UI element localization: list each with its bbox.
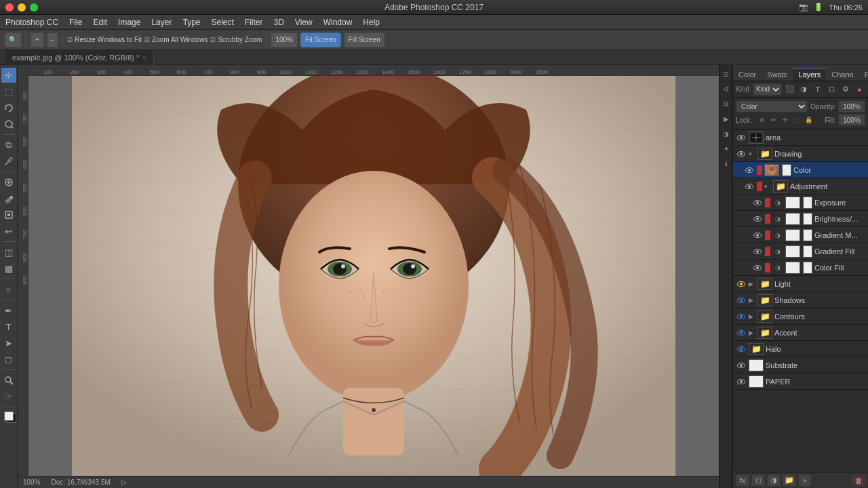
side-icon-styles[interactable]: ✦ xyxy=(722,144,731,153)
menu-help[interactable]: Help xyxy=(363,18,380,27)
side-icon-adjustments[interactable]: ◑ xyxy=(722,129,731,138)
layer-vis-adjustment[interactable] xyxy=(744,181,755,192)
hand-tool[interactable]: ☞ xyxy=(1,389,16,404)
layer-area[interactable]: area xyxy=(733,129,868,146)
lock-move-icon[interactable]: ✛ xyxy=(781,115,790,125)
fit-screen-btn[interactable]: Fit Screen xyxy=(300,33,341,47)
type-tool[interactable]: T xyxy=(1,319,16,334)
menu-edit[interactable]: Edit xyxy=(93,18,107,27)
tab-paths[interactable]: Paths xyxy=(859,68,868,81)
canvas-area[interactable] xyxy=(28,76,719,476)
brush-tool[interactable] xyxy=(1,191,16,206)
layer-filter-select[interactable]: Kind xyxy=(753,83,782,96)
layer-color-fill[interactable]: ◑ Color Fill xyxy=(733,260,868,276)
zoom-all-check[interactable]: ☑ Zoom All Windows xyxy=(144,36,208,43)
layer-substrate[interactable]: Substrate xyxy=(733,357,868,373)
layer-vis-light[interactable] xyxy=(736,279,747,289)
layer-vis-color[interactable] xyxy=(744,165,755,176)
tab-close[interactable]: × xyxy=(142,54,146,61)
pixel-filter-icon[interactable]: ⬛ xyxy=(784,83,796,96)
layer-color[interactable]: Color xyxy=(733,162,868,178)
create-adjustment-btn[interactable]: ◑ xyxy=(767,474,781,487)
zoom-in-btn[interactable]: + xyxy=(31,33,44,47)
layer-vis-shadows[interactable] xyxy=(736,295,747,306)
lock-transparent-icon[interactable]: ⊘ xyxy=(757,115,767,125)
side-icon-history[interactable]: ↺ xyxy=(722,84,731,94)
delete-layer-btn[interactable]: 🗑 xyxy=(852,474,865,487)
tab-swatches[interactable]: Swatc xyxy=(762,68,793,81)
rectangle-select-tool[interactable]: ⬚ xyxy=(1,84,16,99)
layer-expand-contours[interactable]: ▶ xyxy=(749,313,755,320)
layer-brightness[interactable]: ◑ Brightness/... xyxy=(733,211,868,227)
layer-adjustment[interactable]: ▾ 📁 Adjustment xyxy=(733,178,868,195)
lock-paint-icon[interactable]: ✏ xyxy=(769,115,778,125)
layer-expand-drawing[interactable]: ▾ xyxy=(749,150,755,157)
layer-vis-gradient-fill[interactable] xyxy=(752,246,763,257)
fill-screen-btn[interactable]: Fill Screen xyxy=(344,33,385,47)
shape-filter-icon[interactable]: ◻ xyxy=(826,83,838,96)
history-brush-tool[interactable]: ↩ xyxy=(1,224,16,239)
fill-input[interactable] xyxy=(838,114,865,126)
quick-select-tool[interactable] xyxy=(1,117,16,131)
layer-exposure[interactable]: ◑ Exposure xyxy=(733,195,868,211)
eraser-tool[interactable]: ◫ xyxy=(1,245,16,260)
minimize-button[interactable] xyxy=(18,3,26,12)
crop-tool[interactable]: ⧉ xyxy=(1,138,16,152)
path-select-tool[interactable]: ➤ xyxy=(1,336,16,350)
layer-vis-paper[interactable] xyxy=(736,376,747,387)
layer-expand-accent[interactable]: ▶ xyxy=(749,329,755,336)
layer-expand-adjustment[interactable]: ▾ xyxy=(764,183,771,190)
side-icon-info[interactable]: ℹ xyxy=(722,159,731,168)
menu-file[interactable]: File xyxy=(69,18,82,27)
zoom-pct-display[interactable]: 100% xyxy=(271,33,298,47)
spot-healing-tool[interactable] xyxy=(1,175,16,190)
layer-paper[interactable]: PAPER xyxy=(733,373,868,390)
document-tab[interactable]: example.jpg @ 100% (Color, RGB/8) * × xyxy=(5,50,154,65)
side-icon-actions[interactable]: ▶ xyxy=(722,114,731,123)
scrubby-zoom-check[interactable]: ☑ Scrubby Zoom xyxy=(210,36,262,43)
layer-gradient-fill[interactable]: ◑ Gradient Fill xyxy=(733,243,868,260)
layer-vis-halo[interactable] xyxy=(736,344,747,354)
layer-vis-color-fill[interactable] xyxy=(752,262,763,273)
layer-vis-gradient-m[interactable] xyxy=(752,230,763,241)
lock-artboard-icon[interactable]: ⬚ xyxy=(792,115,802,125)
layer-accent[interactable]: ▶ 📁 Accent xyxy=(733,325,868,341)
clone-stamp-tool[interactable] xyxy=(1,207,16,222)
menu-select[interactable]: Select xyxy=(211,18,233,27)
layer-expand-shadows[interactable]: ▶ xyxy=(749,297,755,304)
tab-channels[interactable]: Chann xyxy=(826,68,859,81)
add-mask-btn[interactable]: ◻ xyxy=(751,474,765,487)
tab-layers[interactable]: Layers xyxy=(793,68,826,81)
zoom-out-btn[interactable]: - xyxy=(47,33,58,47)
menu-image[interactable]: Image xyxy=(118,18,140,27)
menu-photoshop[interactable]: Photoshop CC xyxy=(5,18,58,27)
dodge-tool[interactable]: ○ xyxy=(1,282,16,297)
layer-vis-substrate[interactable] xyxy=(736,360,747,371)
menu-3d[interactable]: 3D xyxy=(274,18,284,27)
layer-halo[interactable]: 📁 Halo xyxy=(733,341,868,357)
fullscreen-button[interactable] xyxy=(30,3,38,12)
menu-view[interactable]: View xyxy=(295,18,313,27)
foreground-color-btn[interactable] xyxy=(1,410,16,425)
layer-shadows[interactable]: ▶ 📁 Shadows xyxy=(733,292,868,308)
layer-vis-accent[interactable] xyxy=(736,327,747,338)
adjustment-filter-icon[interactable]: ◑ xyxy=(798,83,810,96)
layer-vis-contours[interactable] xyxy=(736,311,747,322)
layer-contours[interactable]: ▶ 📁 Contours xyxy=(733,308,868,325)
blend-mode-select[interactable]: Color Normal Multiply Screen xyxy=(736,100,808,113)
pen-tool[interactable]: ✒ xyxy=(1,303,16,318)
layer-vis-area[interactable] xyxy=(736,132,747,143)
tab-color[interactable]: Color xyxy=(733,68,762,81)
shape-tool[interactable]: ◻ xyxy=(1,352,16,367)
eyedropper-tool[interactable] xyxy=(1,154,16,169)
move-tool[interactable]: ✛ xyxy=(1,68,16,83)
resize-windows-check[interactable]: ☑ Resize Windows to Fit xyxy=(67,36,142,43)
lasso-tool[interactable] xyxy=(1,100,16,115)
lock-all-icon[interactable]: 🔒 xyxy=(804,115,813,125)
layer-vis-drawing[interactable] xyxy=(736,148,747,159)
layer-drawing[interactable]: ▾ 📁 Drawing xyxy=(733,146,868,162)
layer-expand-light[interactable]: ▶ xyxy=(749,281,755,287)
smart-filter-icon[interactable]: ⚙ xyxy=(840,83,852,96)
layer-gradient-m[interactable]: ◑ Gradient M... xyxy=(733,227,868,243)
create-group-btn[interactable]: 📁 xyxy=(783,474,796,487)
